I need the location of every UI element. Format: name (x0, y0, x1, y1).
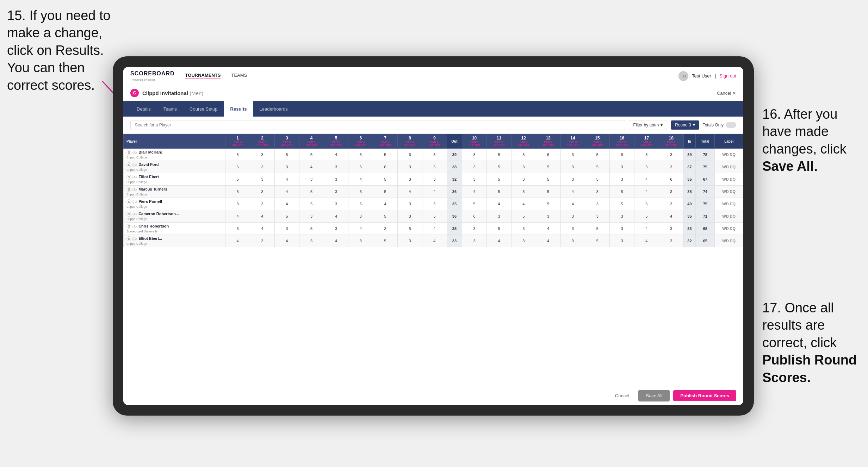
hole-7-score[interactable]: 5 (373, 186, 398, 198)
hole-5-score[interactable]: 4 (324, 149, 348, 161)
hole-13-score[interactable]: 3 (536, 210, 560, 223)
hole-14-score[interactable]: 3 (560, 223, 585, 235)
hole-15-score[interactable]: 5 (585, 235, 610, 247)
hole-4-score[interactable]: 5 (299, 198, 324, 210)
hole-14-score[interactable]: 4 (560, 198, 585, 210)
hole-6-score[interactable]: 3 (348, 210, 373, 223)
hole-11-score[interactable]: 5 (487, 186, 512, 198)
hole-3-score[interactable]: 3 (274, 223, 299, 235)
hole-15-score[interactable]: 3 (585, 210, 610, 223)
player-icon[interactable]: S (126, 199, 131, 204)
hole-1-score[interactable]: 6 (225, 161, 250, 173)
publish-round-scores-btn[interactable]: Publish Round Scores (673, 390, 736, 401)
hole-5-score[interactable]: 4 (324, 235, 348, 247)
hole-12-score[interactable]: 3 (511, 149, 536, 161)
hole-16-score[interactable]: 3 (610, 173, 634, 186)
hole-5-score[interactable]: 3 (324, 161, 348, 173)
hole-16-score[interactable]: 3 (610, 223, 634, 235)
wd-label[interactable]: WD (722, 165, 728, 169)
hole-5-score[interactable]: 4 (324, 210, 348, 223)
nav-teams[interactable]: TEAMS (231, 73, 247, 79)
hole-8-score[interactable]: 3 (398, 161, 422, 173)
hole-13-score[interactable]: 6 (536, 149, 560, 161)
hole-8-score[interactable]: 5 (398, 223, 422, 235)
hole-6-score[interactable]: 3 (348, 235, 373, 247)
hole-16-score[interactable]: 6 (610, 149, 634, 161)
dq-label[interactable]: DQ (730, 239, 736, 243)
hole-7-score[interactable]: 6 (373, 161, 398, 173)
hole-8-score[interactable]: 3 (398, 173, 422, 186)
hole-4-score[interactable]: 5 (299, 223, 324, 235)
wd-label[interactable]: WD (722, 189, 728, 194)
wd-label[interactable]: WD (722, 202, 728, 206)
hole-12-score[interactable]: 3 (511, 173, 536, 186)
hole-10-score[interactable]: 6 (462, 210, 487, 223)
hole-11-score[interactable]: 5 (487, 149, 512, 161)
hole-12-score[interactable]: 3 (511, 223, 536, 235)
player-icon[interactable]: S (126, 150, 131, 155)
hole-17-score[interactable]: 5 (634, 149, 659, 161)
hole-7-score[interactable]: 5 (373, 210, 398, 223)
tab-results[interactable]: Results (224, 101, 253, 117)
hole-11-score[interactable]: 4 (487, 198, 512, 210)
hole-15-score[interactable]: 5 (585, 149, 610, 161)
sign-out-link[interactable]: Sign out (719, 73, 736, 79)
hole-12-score[interactable]: 4 (511, 198, 536, 210)
hole-17-score[interactable]: 4 (634, 235, 659, 247)
hole-16-score[interactable]: 3 (610, 161, 634, 173)
hole-16-score[interactable]: 3 (610, 210, 634, 223)
hole-9-score[interactable]: 5 (422, 161, 447, 173)
hole-14-score[interactable]: 3 (560, 149, 585, 161)
hole-5-score[interactable]: 3 (324, 186, 348, 198)
wd-label[interactable]: WD (722, 214, 728, 218)
hole-10-score[interactable]: 3 (462, 149, 487, 161)
hole-16-score[interactable]: 3 (610, 235, 634, 247)
hole-6-score[interactable]: 5 (348, 161, 373, 173)
tab-details[interactable]: Details (130, 101, 157, 117)
hole-16-score[interactable]: 5 (610, 186, 634, 198)
hole-5-score[interactable]: 3 (324, 223, 348, 235)
hole-18-score[interactable]: 3 (659, 223, 683, 235)
dq-label[interactable]: DQ (730, 177, 736, 181)
hole-18-score[interactable]: 6 (659, 173, 683, 186)
hole-17-score[interactable]: 5 (634, 210, 659, 223)
hole-18-score[interactable]: 3 (659, 186, 683, 198)
hole-2-score[interactable]: 4 (250, 223, 275, 235)
hole-2-score[interactable]: 3 (250, 149, 275, 161)
hole-6-score[interactable]: 5 (348, 198, 373, 210)
hole-17-score[interactable]: 4 (634, 186, 659, 198)
player-icon[interactable]: S (126, 224, 131, 229)
hole-7-score[interactable]: 5 (373, 235, 398, 247)
dq-label[interactable]: DQ (730, 202, 736, 206)
hole-4-score[interactable]: 3 (299, 235, 324, 247)
hole-12-score[interactable]: 5 (511, 210, 536, 223)
hole-12-score[interactable]: 3 (511, 161, 536, 173)
hole-6-score[interactable]: 3 (348, 186, 373, 198)
dq-label[interactable]: DQ (730, 165, 736, 169)
hole-2-score[interactable]: 3 (250, 161, 275, 173)
hole-3-score[interactable]: 4 (274, 186, 299, 198)
hole-10-score[interactable]: 3 (462, 223, 487, 235)
dq-label[interactable]: DQ (730, 226, 736, 231)
round-selector-btn[interactable]: Round 3 ▾ (671, 120, 699, 130)
hole-18-score[interactable]: 3 (659, 149, 683, 161)
dq-label[interactable]: DQ (730, 152, 736, 157)
hole-3-score[interactable]: 5 (274, 149, 299, 161)
hole-10-score[interactable]: 3 (462, 235, 487, 247)
hole-5-score[interactable]: 3 (324, 173, 348, 186)
hole-11-score[interactable]: 3 (487, 210, 512, 223)
hole-14-score[interactable]: 3 (560, 173, 585, 186)
hole-1-score[interactable]: 3 (225, 223, 250, 235)
hole-8-score[interactable]: 6 (398, 149, 422, 161)
hole-2-score[interactable]: 3 (250, 235, 275, 247)
wd-label[interactable]: WD (722, 152, 728, 157)
hole-17-score[interactable]: 5 (634, 161, 659, 173)
hole-1-score[interactable]: 5 (225, 186, 250, 198)
hole-14-score[interactable]: 4 (560, 186, 585, 198)
hole-13-score[interactable]: 5 (536, 173, 560, 186)
hole-1-score[interactable]: 4 (225, 235, 250, 247)
hole-8-score[interactable]: 3 (398, 235, 422, 247)
hole-15-score[interactable]: 3 (585, 186, 610, 198)
player-icon[interactable]: S (126, 236, 131, 241)
dq-label[interactable]: DQ (730, 214, 736, 218)
